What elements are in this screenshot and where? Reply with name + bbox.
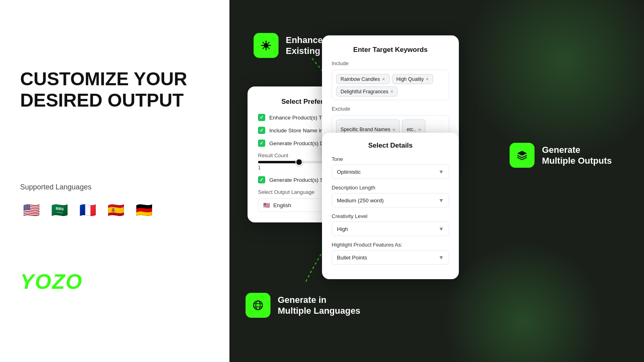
details-title: Select Details — [332, 142, 449, 150]
include-label: Include — [332, 60, 449, 66]
highlight-label: Highlight Product Features As: — [332, 242, 449, 248]
right-panel: Enhance Existing Date Generate in Multip… — [229, 0, 644, 362]
description-length-arrow: ▼ — [438, 197, 444, 204]
tag-high-quality[interactable]: High Quality × — [392, 74, 433, 84]
description-length-value: Medium (250 word) — [337, 197, 384, 204]
description-length-dropdown[interactable]: Medium (250 word) ▼ — [332, 193, 449, 208]
feature-languages-card: Generate in Multiple Languages — [246, 293, 360, 318]
wand-icon — [260, 39, 272, 51]
tag-delightful-fragrances[interactable]: Delightful Fragrances × — [336, 86, 398, 97]
tag-high-quality-remove[interactable]: × — [426, 76, 429, 82]
tag-rainbow-candles[interactable]: Rainbow Candles × — [336, 74, 390, 84]
tone-dropdown[interactable]: Optimistic ▼ — [332, 165, 449, 179]
svg-line-7 — [263, 42, 264, 43]
flag-fr: 🇫🇷 — [76, 199, 99, 221]
highlight-arrow: ▼ — [438, 254, 444, 261]
flag-us-small: 🇺🇸 — [263, 202, 270, 208]
tag-etc-remove[interactable]: × — [418, 127, 421, 133]
checkbox-enhance-title-box[interactable] — [258, 114, 265, 121]
globe-icon — [246, 293, 270, 318]
left-panel: CUSTOMIZE YOUR DESIRED OUTPUT Supported … — [0, 0, 229, 362]
tone-label: Tone — [332, 156, 449, 162]
supported-languages-label: Supported Languages — [20, 183, 209, 191]
tone-value: Optimistic — [337, 169, 361, 175]
exclude-label: Exclude — [332, 106, 449, 112]
svg-point-12 — [256, 301, 260, 310]
details-panel: Select Details Tone Optimistic ▼ Descrip… — [322, 133, 459, 279]
slider-fill — [258, 161, 301, 163]
checkbox-store-name-box[interactable] — [258, 127, 265, 134]
checkbox-enhance-title-label: Enhance Product(s) Title — [269, 115, 329, 121]
feature-outputs-card: Generate Multiple Outputs — [510, 143, 612, 168]
slider-thumb[interactable] — [295, 158, 303, 166]
flag-sa: 🇸🇦 — [48, 199, 71, 221]
creativity-label: Creativity Level — [332, 213, 449, 219]
main-title: CUSTOMIZE YOUR DESIRED OUTPUT — [20, 68, 209, 111]
yozo-logo: YOZO — [20, 269, 209, 294]
layers-icon — [510, 143, 535, 168]
checkbox-description-box[interactable] — [258, 140, 265, 147]
title-line1: CUSTOMIZE YOUR — [20, 68, 187, 89]
layers-svg — [516, 149, 528, 161]
checkbox-seo-box[interactable] — [258, 176, 265, 183]
flag-us: 🇺🇸 — [20, 199, 43, 221]
language-value: English — [273, 202, 291, 208]
languages-text: Generate in Multiple Languages — [278, 294, 360, 317]
svg-marker-15 — [517, 151, 527, 156]
tone-dropdown-arrow: ▼ — [438, 169, 444, 175]
highlight-dropdown[interactable]: Bullet Points ▼ — [332, 250, 449, 265]
svg-line-10 — [263, 47, 264, 49]
creativity-arrow: ▼ — [438, 226, 444, 232]
flag-es: 🇪🇸 — [105, 199, 127, 221]
creativity-value: High — [337, 226, 348, 232]
enhance-icon — [254, 33, 279, 58]
glow-blob-1 — [463, 0, 644, 161]
tag-delightful-fragrances-remove[interactable]: × — [390, 88, 394, 95]
tag-rainbow-candles-remove[interactable]: × — [382, 76, 385, 82]
include-tags-area: Rainbow Candles × High Quality × Delight… — [332, 70, 449, 100]
svg-line-9 — [268, 42, 269, 43]
svg-point-11 — [254, 301, 262, 310]
title-line2: DESIRED OUTPUT — [20, 90, 184, 111]
flag-row: 🇺🇸 🇸🇦 🇫🇷 🇪🇸 🇩🇪 — [20, 199, 209, 221]
flag-de: 🇩🇪 — [133, 199, 155, 221]
tag-brand-names-remove[interactable]: × — [392, 127, 396, 133]
svg-point-2 — [264, 43, 268, 48]
keywords-title: Enter Target Keywords — [332, 46, 449, 54]
description-length-label: Description Length — [332, 185, 449, 191]
outputs-text: Generate Multiple Outputs — [542, 144, 612, 167]
globe-svg — [252, 299, 264, 311]
highlight-value: Bullet Points — [337, 255, 367, 261]
svg-line-8 — [268, 47, 269, 49]
creativity-dropdown[interactable]: High ▼ — [332, 222, 449, 236]
glow-blob-2 — [443, 241, 604, 362]
